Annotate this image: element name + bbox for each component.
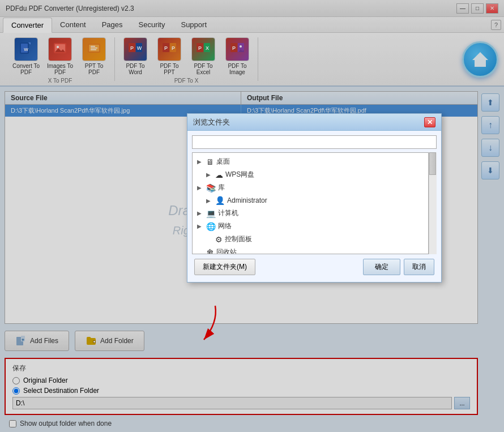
network-icon: 🌐 <box>206 222 216 231</box>
tree-item-recycle[interactable]: 🗑 回收站 <box>195 246 426 254</box>
tree-item-label: Administrator <box>227 196 267 204</box>
dialog-body: ▶ 🖥 桌面 ▶ ☁ WPS网盘 ▶ 📚 库 ▶ <box>187 131 441 282</box>
tree-item-network[interactable]: ▶ 🌐 网络 <box>195 220 426 233</box>
dialog-tree[interactable]: ▶ 🖥 桌面 ▶ ☁ WPS网盘 ▶ 📚 库 ▶ <box>192 152 429 254</box>
tree-item-label: 计算机 <box>218 208 238 218</box>
desktop-icon: 🖥 <box>206 157 214 166</box>
expand-icon: ▶ <box>197 223 204 229</box>
dialog-title: 浏览文件夹 <box>193 117 230 127</box>
dialog-ok-button[interactable]: 确定 <box>363 259 400 275</box>
controlpanel-icon: ⚙ <box>215 235 223 244</box>
dialog-address-text <box>196 139 198 146</box>
browse-folder-dialog: 浏览文件夹 ✕ ▶ 🖥 桌面 ▶ ☁ WPS网盘 <box>187 113 442 283</box>
tree-item-label: 控制面板 <box>225 234 252 244</box>
computer-icon: 💻 <box>206 209 216 218</box>
scrollbar-thumb <box>429 152 436 175</box>
tree-item-label: 库 <box>218 183 225 193</box>
wps-icon: ☁ <box>215 170 223 179</box>
tree-item-label: 回收站 <box>216 247 237 254</box>
arrow-indicator <box>193 300 221 345</box>
dialog-ok-cancel: 确定 取消 <box>363 259 434 275</box>
dialog-close-button[interactable]: ✕ <box>424 117 435 127</box>
recycle-icon: 🗑 <box>206 248 214 255</box>
new-folder-button[interactable]: 新建文件夹(M) <box>194 259 255 275</box>
tree-item-label: 桌面 <box>216 157 230 166</box>
dialog-overlay: 浏览文件夹 ✕ ▶ 🖥 桌面 ▶ ☁ WPS网盘 <box>0 0 504 432</box>
expand-icon: ▶ <box>206 172 213 178</box>
new-folder-label: 新建文件夹(M) <box>203 263 247 271</box>
expand-icon: ▶ <box>197 185 204 191</box>
dialog-scrollbar[interactable] <box>429 152 437 254</box>
tree-item-label: 网络 <box>218 221 232 231</box>
tree-item-library[interactable]: ▶ 📚 库 <box>195 181 426 194</box>
tree-item-computer[interactable]: ▶ 💻 计算机 <box>195 207 426 220</box>
dialog-buttons: 新建文件夹(M) 确定 取消 <box>192 254 437 277</box>
tree-item-desktop[interactable]: ▶ 🖥 桌面 <box>195 155 426 168</box>
expand-icon: ▶ <box>197 210 204 216</box>
expand-icon: ▶ <box>206 198 213 204</box>
tree-item-admin[interactable]: ▶ 👤 Administrator <box>195 194 426 207</box>
tree-item-wps[interactable]: ▶ ☁ WPS网盘 <box>195 168 426 181</box>
expand-icon: ▶ <box>197 159 204 165</box>
ok-label: 确定 <box>375 263 388 271</box>
library-icon: 📚 <box>206 183 216 193</box>
dialog-address-bar <box>192 135 437 149</box>
dialog-titlebar: 浏览文件夹 ✕ <box>187 114 441 131</box>
dialog-tree-container: ▶ 🖥 桌面 ▶ ☁ WPS网盘 ▶ 📚 库 ▶ <box>192 152 437 254</box>
tree-item-controlpanel[interactable]: ⚙ 控制面板 <box>195 233 426 246</box>
dialog-cancel-button[interactable]: 取消 <box>404 259 434 275</box>
cancel-label: 取消 <box>412 263 426 271</box>
tree-item-label: WPS网盘 <box>225 170 254 179</box>
admin-icon: 👤 <box>215 196 225 205</box>
